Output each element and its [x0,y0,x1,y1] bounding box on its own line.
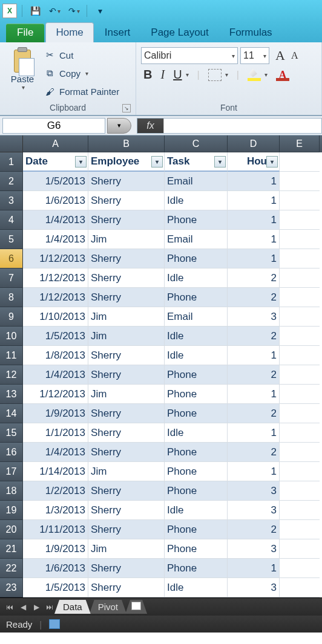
cell[interactable]: Phone [165,462,228,481]
app-icon[interactable]: X [2,4,17,18]
cell[interactable]: 1/4/2013 [23,230,88,249]
row-header[interactable]: 9 [0,307,23,327]
cell[interactable] [280,559,320,578]
cell[interactable] [280,385,320,404]
row-header[interactable]: 5 [0,230,23,249]
cell[interactable] [280,501,320,520]
cell[interactable] [280,365,320,385]
row-header[interactable]: 17 [0,462,23,481]
cell[interactable]: 1/8/2013 [23,346,88,365]
filter-button-date[interactable]: ▾ [75,156,87,168]
cell[interactable]: 1/6/2013 [23,191,88,210]
cell[interactable]: 1 [228,423,280,443]
cell[interactable]: 1/3/2013 [23,501,88,520]
cell[interactable] [280,578,320,597]
cell[interactable]: Phone [165,481,228,501]
cell[interactable]: 1/12/2013 [23,288,88,307]
cell[interactable]: 1/4/2013 [23,365,88,385]
row-header[interactable]: 19 [0,501,23,520]
cell[interactable]: 1/4/2013 [23,210,88,230]
row-header[interactable]: 10 [0,327,23,346]
row-header[interactable]: 3 [0,191,23,210]
cell[interactable]: Phone [165,288,228,307]
sheet-nav-first[interactable]: ⏮ [4,603,16,611]
paste-button[interactable]: Paste ▾ [5,46,40,103]
cell[interactable]: 1/14/2013 [23,462,88,481]
cell[interactable]: Sherry [88,520,165,539]
cell[interactable]: Idle [165,423,228,443]
cell[interactable] [280,443,320,462]
cell[interactable] [280,404,320,423]
filter-button-employee[interactable]: ▾ [151,156,163,168]
cell[interactable]: 1 [228,210,280,230]
cell[interactable]: Sherry [88,191,165,210]
cell[interactable]: Email [165,307,228,327]
cell[interactable]: Sherry [88,249,165,268]
cell[interactable]: Sherry [88,268,165,288]
cell[interactable] [280,152,320,172]
fill-dropdown-icon[interactable]: ▾ [264,71,268,78]
font-color-button[interactable]: A [276,69,289,81]
cell[interactable]: Idle [165,501,228,520]
save-button[interactable]: 💾 [27,4,43,18]
cell[interactable]: 3 [228,578,280,597]
col-header-B[interactable]: B [88,135,165,152]
row-header[interactable]: 16 [0,443,23,462]
cell[interactable]: Phone [165,249,228,268]
cell[interactable] [280,230,320,249]
filter-button-task[interactable]: ▾ [214,156,226,168]
col-header-C[interactable]: C [165,135,228,152]
cell[interactable]: Phone [165,539,228,559]
row-header[interactable]: 2 [0,172,23,191]
cell[interactable]: Sherry [88,501,165,520]
cell[interactable] [280,327,320,346]
row-header[interactable]: 21 [0,539,23,559]
cell[interactable]: Sherry [88,443,165,462]
tab-formulas[interactable]: Formulas [220,23,282,42]
cell[interactable]: 2 [228,404,280,423]
borders-dropdown-icon[interactable]: ▾ [225,71,228,78]
new-sheet-button[interactable] [125,600,147,614]
copy-button[interactable]: ⧉Copy▾ [44,64,119,82]
font-name-combo[interactable]: Calibri▾ [141,47,238,64]
cell[interactable]: Sherry [88,423,165,443]
cell[interactable] [280,249,320,268]
row-header[interactable]: 20 [0,520,23,539]
cell[interactable]: 1 [228,462,280,481]
tab-insert[interactable]: Insert [95,23,140,42]
cell[interactable]: 1/11/2013 [23,520,88,539]
cell[interactable]: Sherry [88,404,165,423]
cell[interactable] [280,539,320,559]
cell[interactable] [280,172,320,191]
cell[interactable]: Jim [88,230,165,249]
macro-record-icon[interactable] [49,619,60,629]
cell[interactable]: Phone [165,559,228,578]
cell[interactable]: Idle [165,327,228,346]
cell[interactable]: Email [165,230,228,249]
cell[interactable] [280,307,320,327]
cell[interactable]: Sherry [88,210,165,230]
cell[interactable] [280,268,320,288]
cell[interactable]: 3 [228,539,280,559]
cell[interactable]: 1 [228,230,280,249]
cell[interactable]: Jim [88,539,165,559]
cell[interactable]: Sherry [88,481,165,501]
row-header[interactable]: 13 [0,385,23,404]
formula-input[interactable]: fx [137,118,322,134]
col-header-D[interactable]: D [228,135,280,152]
sheet-nav-last[interactable]: ⏭ [44,603,56,611]
cell[interactable] [280,462,320,481]
borders-button[interactable] [208,69,222,81]
row-header[interactable]: 22 [0,559,23,578]
cell[interactable]: 3 [228,501,280,520]
cell[interactable]: 1/9/2013 [23,404,88,423]
paste-dropdown-icon[interactable]: ▾ [22,84,25,91]
shrink-font-icon[interactable]: A [291,50,298,61]
row-header[interactable]: 4 [0,210,23,230]
cell[interactable]: Sherry [88,346,165,365]
table-header-employee[interactable]: Employee▾ [88,152,165,172]
cell[interactable]: Idle [165,191,228,210]
cut-button[interactable]: ✂Cut [44,46,119,64]
row-header[interactable]: 11 [0,346,23,365]
cell[interactable]: Jim [88,462,165,481]
